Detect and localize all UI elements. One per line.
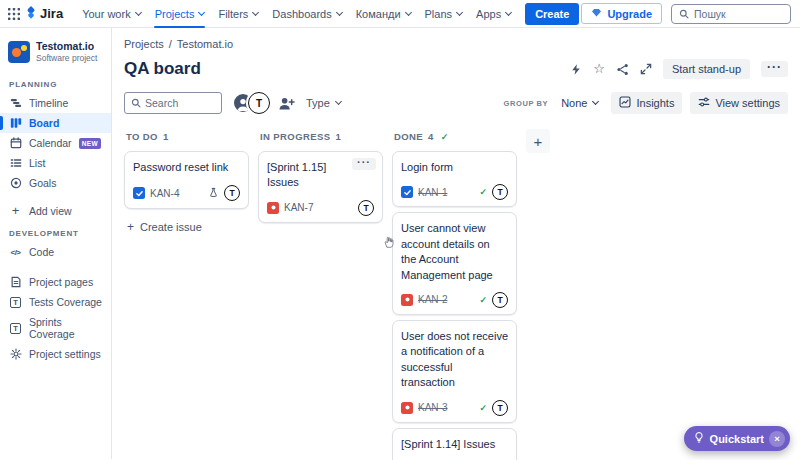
chevron-down-icon [198, 8, 205, 15]
create-issue-button[interactable]: + Create issue [124, 214, 249, 240]
board-card-kan4[interactable]: Password reset link KAN-4 T [124, 151, 249, 209]
star-favorite-icon[interactable]: ☆ [593, 62, 605, 75]
search-icon [679, 5, 689, 23]
sidebar-item-calendar[interactable]: Calendar NEW [0, 133, 111, 153]
resolved-check-icon: ✓ [479, 403, 487, 413]
create-button[interactable]: Create [525, 3, 579, 25]
breadcrumb-projects-link[interactable]: Projects [124, 38, 164, 50]
sidebar-item-project-pages[interactable]: Project pages [0, 272, 111, 292]
calendar-icon [9, 137, 22, 149]
sidebar-item-timeline[interactable]: Timeline [0, 93, 111, 113]
card-more-menu-button[interactable]: ··· [352, 158, 376, 170]
sidebar-item-list[interactable]: List [0, 153, 111, 173]
project-name: Testomat.io [36, 40, 97, 53]
assignee-avatar[interactable]: T [492, 184, 508, 200]
sidebar-item-board[interactable]: Board [0, 113, 111, 133]
share-icon[interactable] [616, 63, 629, 76]
breadcrumb-separator: / [169, 38, 172, 50]
plus-icon: + [9, 203, 22, 218]
sidebar-item-add-view[interactable]: + Add view [0, 199, 111, 222]
sprints-coverage-icon: T [10, 323, 21, 334]
board-search[interactable] [124, 92, 222, 114]
start-standup-button[interactable]: Start stand-up [663, 59, 750, 79]
task-type-icon [133, 187, 145, 199]
column-name: IN PROGRESS [260, 131, 330, 142]
board-card-kan2[interactable]: User cannot view account details on the … [392, 212, 517, 315]
insights-button[interactable]: Insights [611, 92, 682, 114]
sidebar-item-tests-coverage[interactable]: T Tests Coverage [0, 292, 111, 312]
board-more-menu-button[interactable]: ··· [761, 61, 788, 77]
resolved-check-icon: ✓ [479, 295, 487, 305]
quickstart-button[interactable]: Quickstart × [684, 426, 790, 451]
chevron-down-icon [336, 8, 343, 15]
nav-item-projects[interactable]: Projects [148, 0, 212, 28]
type-filter-dropdown[interactable]: Type [306, 97, 341, 109]
gem-icon [591, 7, 602, 20]
card-key: KAN-2 [418, 294, 447, 305]
board-search-input[interactable] [145, 97, 215, 109]
project-header[interactable]: Testomat.io Software project [0, 38, 111, 73]
column-name: DONE [394, 131, 423, 142]
chevron-down-icon [592, 98, 599, 105]
group-by-label: GROUP BY [504, 99, 549, 108]
sidebar-item-project-settings[interactable]: Project settings [0, 344, 111, 364]
list-icon [9, 157, 22, 169]
page-icon [9, 276, 22, 288]
chevron-down-icon [252, 8, 259, 15]
assignee-avatar[interactable]: T [224, 185, 240, 201]
chevron-down-icon [335, 98, 342, 105]
card-key: KAN-1 [418, 187, 447, 198]
nav-item-teams[interactable]: Команди [349, 0, 418, 28]
nav-right-cluster: Upgrade ? T [581, 3, 800, 24]
board-column-done: DONE 4 ✓ Login form KAN-1 ✓ T [392, 129, 517, 460]
user-filter-avatar[interactable]: T [248, 92, 270, 114]
fullscreen-expand-icon[interactable] [640, 63, 652, 75]
card-title: User does not receive a notification of … [401, 329, 508, 391]
assignee-avatar[interactable]: T [358, 200, 374, 216]
board-card-kan1[interactable]: Login form KAN-1 ✓ T [392, 151, 517, 207]
automation-lightning-icon[interactable] [570, 63, 582, 76]
add-people-icon[interactable] [278, 96, 295, 111]
nav-item-your-work[interactable]: Your work [75, 0, 148, 28]
card-title: Login form [401, 160, 508, 175]
board-toolbar: T Type GROUP BY None Insights View setti… [124, 92, 788, 114]
assignee-avatar[interactable]: T [492, 292, 508, 308]
column-done-check-icon: ✓ [441, 132, 449, 142]
sidebar-item-goals[interactable]: Goals [0, 173, 111, 193]
global-search-input[interactable] [694, 8, 783, 20]
nav-item-plans[interactable]: Plans [418, 0, 470, 28]
group-by-dropdown[interactable]: None [556, 93, 603, 113]
assignee-filter-avatars: T [232, 92, 270, 114]
jira-logo[interactable]: Jira [24, 5, 63, 23]
insights-chart-icon [619, 96, 631, 110]
nav-item-dashboards[interactable]: Dashboards [265, 0, 348, 28]
jira-logo-mark-icon [24, 5, 38, 23]
upgrade-button[interactable]: Upgrade [581, 3, 662, 24]
close-icon[interactable]: × [769, 431, 785, 447]
sidebar-item-code[interactable]: </> Code [0, 242, 111, 262]
section-label-development: DEVELOPMENT [0, 222, 111, 242]
global-search[interactable] [671, 4, 791, 24]
column-count: 4 [428, 131, 434, 142]
board-card-kan6[interactable]: [Sprint 1.14] Issues KAN-6 ✓ T [392, 428, 517, 460]
gear-icon [9, 348, 22, 360]
board-card-kan7[interactable]: ··· [Sprint 1.15] Issues KAN-7 T [258, 151, 383, 223]
sidebar-item-sprints-coverage[interactable]: T Sprints Coverage [0, 312, 111, 344]
project-sidebar: Testomat.io Software project PLANNING Ti… [0, 28, 112, 459]
nav-item-apps[interactable]: Apps [469, 0, 518, 28]
add-column-button[interactable]: + [526, 129, 550, 153]
view-settings-button[interactable]: View settings [690, 92, 788, 114]
board-card-kan3[interactable]: User does not receive a notification of … [392, 320, 517, 423]
chevron-down-icon [505, 8, 512, 15]
nav-item-filters[interactable]: Filters [211, 0, 265, 28]
tests-coverage-icon: T [10, 297, 21, 308]
code-icon: </> [9, 248, 22, 257]
breadcrumb-project-link[interactable]: Testomat.io [177, 38, 233, 50]
sidebar-divider [0, 262, 111, 272]
assignee-avatar[interactable]: T [492, 400, 508, 416]
resolved-check-icon: ✓ [479, 187, 487, 197]
card-key: KAN-3 [418, 402, 447, 413]
app-switcher-icon[interactable] [8, 8, 20, 20]
project-avatar [8, 41, 30, 63]
page-title: QA board [124, 59, 201, 79]
